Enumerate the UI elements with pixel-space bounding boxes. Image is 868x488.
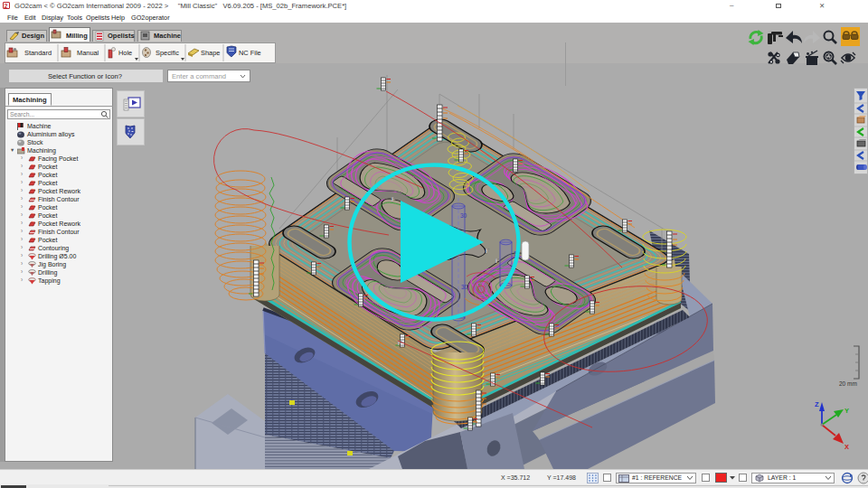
svg-text:F: F (486, 248, 490, 254)
svg-text:Z: Z (815, 400, 819, 408)
svg-text:F: F (495, 258, 500, 264)
svg-text:F: F (392, 196, 396, 202)
svg-text:X: X (844, 443, 849, 451)
svg-text:20 mm: 20 mm (839, 380, 857, 387)
svg-text:Y: Y (844, 407, 849, 415)
svg-text:30: 30 (460, 212, 467, 219)
svg-text:30: 30 (461, 284, 468, 290)
